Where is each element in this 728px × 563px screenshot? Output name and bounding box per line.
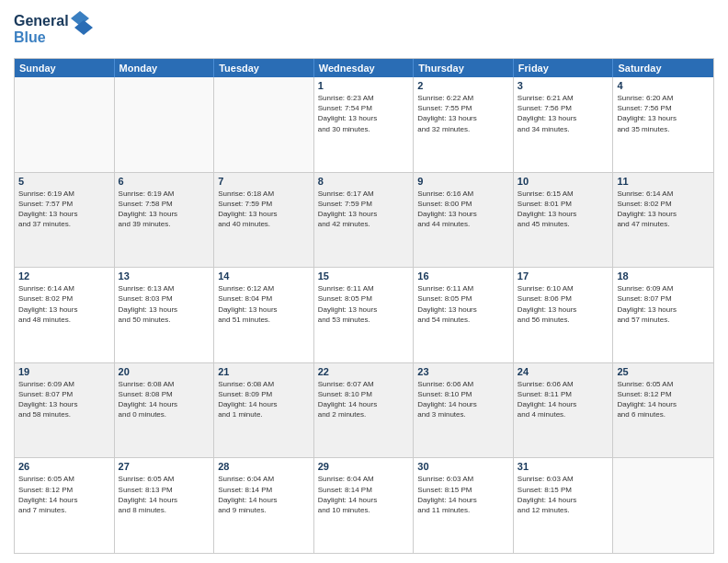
day-number: 3 xyxy=(518,80,609,91)
day-cell-9: 9Sunrise: 6:16 AM Sunset: 8:00 PM Daylig… xyxy=(414,173,514,268)
day-number: 12 xyxy=(18,270,110,282)
day-number: 8 xyxy=(318,176,410,187)
day-info: Sunrise: 6:11 AM Sunset: 8:05 PM Dayligh… xyxy=(417,283,509,325)
day-cell-2: 2Sunrise: 6:22 AM Sunset: 7:55 PM Daylig… xyxy=(414,77,514,172)
day-cell-11: 11Sunrise: 6:14 AM Sunset: 8:02 PM Dayli… xyxy=(613,173,713,268)
logo-svg: General Blue xyxy=(14,9,97,51)
empty-cell xyxy=(115,77,215,172)
day-number: 21 xyxy=(218,366,310,377)
day-cell-18: 18Sunrise: 6:09 AM Sunset: 8:07 PM Dayli… xyxy=(613,268,713,362)
header-day-wednesday: Wednesday xyxy=(314,59,415,77)
day-number: 30 xyxy=(417,461,509,472)
header-day-thursday: Thursday xyxy=(414,59,514,77)
header-day-monday: Monday xyxy=(115,59,215,77)
day-cell-23: 23Sunrise: 6:06 AM Sunset: 8:10 PM Dayli… xyxy=(414,363,514,458)
day-number: 4 xyxy=(617,80,710,91)
calendar-week-1: 1Sunrise: 6:23 AM Sunset: 7:54 PM Daylig… xyxy=(15,77,713,172)
day-cell-25: 25Sunrise: 6:05 AM Sunset: 8:12 PM Dayli… xyxy=(613,363,713,458)
day-info: Sunrise: 6:06 AM Sunset: 8:11 PM Dayligh… xyxy=(518,379,609,420)
day-number: 24 xyxy=(518,366,609,377)
day-cell-30: 30Sunrise: 6:03 AM Sunset: 8:15 PM Dayli… xyxy=(414,458,514,553)
day-info: Sunrise: 6:21 AM Sunset: 7:56 PM Dayligh… xyxy=(518,93,609,134)
day-number: 17 xyxy=(518,270,609,282)
svg-text:General: General xyxy=(14,13,69,29)
day-number: 7 xyxy=(218,176,310,187)
day-cell-22: 22Sunrise: 6:07 AM Sunset: 8:10 PM Dayli… xyxy=(314,363,415,458)
day-info: Sunrise: 6:16 AM Sunset: 8:00 PM Dayligh… xyxy=(417,189,509,230)
day-number: 23 xyxy=(417,366,509,377)
day-cell-6: 6Sunrise: 6:19 AM Sunset: 7:58 PM Daylig… xyxy=(115,173,215,268)
svg-text:Blue: Blue xyxy=(14,29,46,45)
calendar-week-4: 19Sunrise: 6:09 AM Sunset: 8:07 PM Dayli… xyxy=(15,362,713,458)
day-info: Sunrise: 6:20 AM Sunset: 7:56 PM Dayligh… xyxy=(617,93,710,134)
day-cell-1: 1Sunrise: 6:23 AM Sunset: 7:54 PM Daylig… xyxy=(314,77,415,172)
day-info: Sunrise: 6:19 AM Sunset: 7:58 PM Dayligh… xyxy=(119,189,210,230)
day-info: Sunrise: 6:17 AM Sunset: 7:59 PM Dayligh… xyxy=(318,189,410,230)
day-number: 28 xyxy=(218,461,310,472)
day-cell-3: 3Sunrise: 6:21 AM Sunset: 7:56 PM Daylig… xyxy=(514,77,614,172)
day-cell-7: 7Sunrise: 6:18 AM Sunset: 7:59 PM Daylig… xyxy=(214,173,314,268)
day-cell-4: 4Sunrise: 6:20 AM Sunset: 7:56 PM Daylig… xyxy=(613,77,713,172)
header-day-friday: Friday xyxy=(514,59,614,77)
day-number: 5 xyxy=(18,176,110,187)
day-number: 20 xyxy=(119,366,210,377)
day-info: Sunrise: 6:23 AM Sunset: 7:54 PM Dayligh… xyxy=(318,93,410,134)
day-info: Sunrise: 6:10 AM Sunset: 8:06 PM Dayligh… xyxy=(518,283,609,325)
day-cell-10: 10Sunrise: 6:15 AM Sunset: 8:01 PM Dayli… xyxy=(514,173,614,268)
day-number: 18 xyxy=(617,270,710,282)
day-cell-19: 19Sunrise: 6:09 AM Sunset: 8:07 PM Dayli… xyxy=(15,363,115,458)
calendar-body: 1Sunrise: 6:23 AM Sunset: 7:54 PM Daylig… xyxy=(15,77,713,553)
empty-cell xyxy=(613,458,713,553)
day-info: Sunrise: 6:09 AM Sunset: 8:07 PM Dayligh… xyxy=(18,379,110,420)
day-number: 19 xyxy=(18,366,110,377)
day-number: 13 xyxy=(119,270,210,282)
day-info: Sunrise: 6:05 AM Sunset: 8:12 PM Dayligh… xyxy=(18,474,110,515)
day-number: 31 xyxy=(518,461,609,472)
day-cell-28: 28Sunrise: 6:04 AM Sunset: 8:14 PM Dayli… xyxy=(214,458,314,553)
day-info: Sunrise: 6:12 AM Sunset: 8:04 PM Dayligh… xyxy=(218,283,310,325)
empty-cell xyxy=(214,77,314,172)
day-cell-17: 17Sunrise: 6:10 AM Sunset: 8:06 PM Dayli… xyxy=(514,268,614,362)
header: General Blue xyxy=(14,9,714,51)
day-number: 26 xyxy=(18,461,110,472)
day-number: 14 xyxy=(218,270,310,282)
day-cell-5: 5Sunrise: 6:19 AM Sunset: 7:57 PM Daylig… xyxy=(15,173,115,268)
header-day-sunday: Sunday xyxy=(15,59,115,77)
day-info: Sunrise: 6:13 AM Sunset: 8:03 PM Dayligh… xyxy=(119,283,210,325)
header-day-tuesday: Tuesday xyxy=(214,59,314,77)
logo: General Blue xyxy=(14,9,97,51)
day-number: 16 xyxy=(417,270,509,282)
day-number: 1 xyxy=(318,80,410,91)
day-cell-16: 16Sunrise: 6:11 AM Sunset: 8:05 PM Dayli… xyxy=(414,268,514,362)
day-number: 11 xyxy=(617,176,710,187)
day-number: 22 xyxy=(318,366,410,377)
page: General Blue SundayMondayTuesdayWednesda… xyxy=(0,0,728,563)
day-cell-21: 21Sunrise: 6:08 AM Sunset: 8:09 PM Dayli… xyxy=(214,363,314,458)
day-info: Sunrise: 6:14 AM Sunset: 8:02 PM Dayligh… xyxy=(18,283,110,325)
day-cell-12: 12Sunrise: 6:14 AM Sunset: 8:02 PM Dayli… xyxy=(15,268,115,362)
calendar-week-3: 12Sunrise: 6:14 AM Sunset: 8:02 PM Dayli… xyxy=(15,267,713,362)
day-number: 29 xyxy=(318,461,410,472)
day-cell-13: 13Sunrise: 6:13 AM Sunset: 8:03 PM Dayli… xyxy=(115,268,215,362)
calendar: SundayMondayTuesdayWednesdayThursdayFrid… xyxy=(14,58,714,554)
header-day-saturday: Saturday xyxy=(613,59,713,77)
day-cell-15: 15Sunrise: 6:11 AM Sunset: 8:05 PM Dayli… xyxy=(314,268,415,362)
empty-cell xyxy=(15,77,115,172)
day-info: Sunrise: 6:14 AM Sunset: 8:02 PM Dayligh… xyxy=(617,189,710,230)
day-number: 6 xyxy=(119,176,210,187)
day-number: 9 xyxy=(417,176,509,187)
day-cell-20: 20Sunrise: 6:08 AM Sunset: 8:08 PM Dayli… xyxy=(115,363,215,458)
day-info: Sunrise: 6:05 AM Sunset: 8:12 PM Dayligh… xyxy=(617,379,710,420)
day-number: 27 xyxy=(119,461,210,472)
day-info: Sunrise: 6:08 AM Sunset: 8:09 PM Dayligh… xyxy=(218,379,310,420)
day-info: Sunrise: 6:06 AM Sunset: 8:10 PM Dayligh… xyxy=(417,379,509,420)
day-cell-31: 31Sunrise: 6:03 AM Sunset: 8:15 PM Dayli… xyxy=(514,458,614,553)
day-info: Sunrise: 6:07 AM Sunset: 8:10 PM Dayligh… xyxy=(318,379,410,420)
day-cell-26: 26Sunrise: 6:05 AM Sunset: 8:12 PM Dayli… xyxy=(15,458,115,553)
day-info: Sunrise: 6:09 AM Sunset: 8:07 PM Dayligh… xyxy=(617,283,710,325)
day-cell-8: 8Sunrise: 6:17 AM Sunset: 7:59 PM Daylig… xyxy=(314,173,415,268)
day-number: 25 xyxy=(617,366,710,377)
day-cell-14: 14Sunrise: 6:12 AM Sunset: 8:04 PM Dayli… xyxy=(214,268,314,362)
day-info: Sunrise: 6:04 AM Sunset: 8:14 PM Dayligh… xyxy=(218,474,310,515)
day-info: Sunrise: 6:22 AM Sunset: 7:55 PM Dayligh… xyxy=(417,93,509,134)
